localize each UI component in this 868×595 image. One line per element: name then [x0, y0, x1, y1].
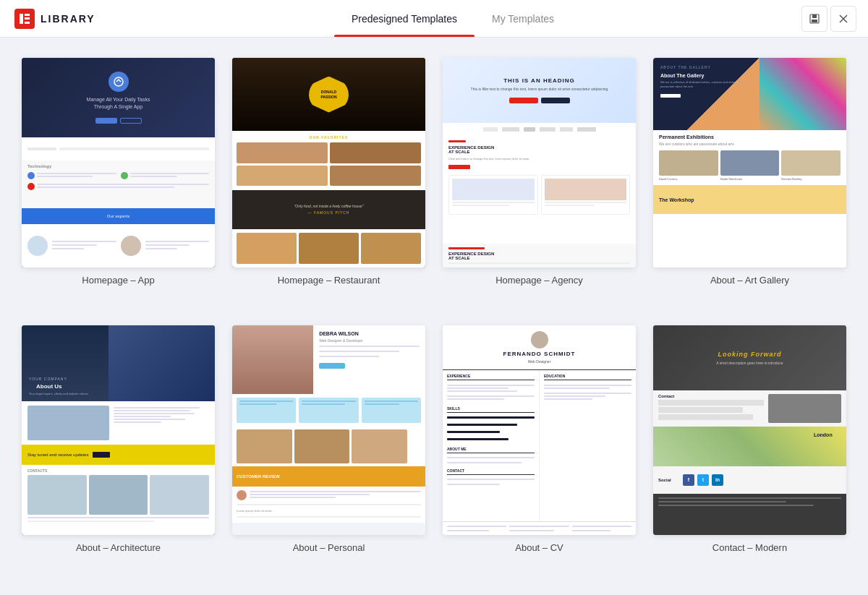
- tab-predesigned[interactable]: Predesigned Templates: [334, 0, 475, 37]
- close-button[interactable]: [830, 6, 856, 32]
- svg-rect-2: [25, 17, 30, 20]
- template-card-homepage-restaurant[interactable]: DONALDPASSION OUR FAVORITES "Only food, …: [232, 58, 425, 308]
- template-label-about-cv: About – CV: [515, 542, 563, 553]
- svg-point-9: [114, 77, 123, 86]
- template-card-about-architecture[interactable]: YOUR COMPANY About Us Your target buyers…: [22, 325, 215, 575]
- template-label-about-art-gallery: About – Art Gallery: [710, 275, 789, 286]
- save-button[interactable]: [801, 6, 827, 32]
- template-label-about-personal: About – Personal: [293, 542, 365, 553]
- svg-rect-3: [25, 22, 30, 24]
- template-thumbnail-homepage-app: Manage All Your Daily TasksThrough A Sin…: [22, 58, 215, 267]
- svg-rect-0: [20, 14, 23, 24]
- template-label-about-architecture: About – Architecture: [76, 542, 161, 553]
- template-label-contact-modern: Contact – Modern: [712, 542, 787, 553]
- tab-my-templates[interactable]: My Templates: [475, 0, 571, 37]
- svg-rect-6: [812, 20, 817, 22]
- template-label-homepage-app: Homepage – App: [82, 275, 154, 286]
- svg-rect-1: [25, 14, 30, 16]
- header-actions: [790, 6, 868, 32]
- template-thumbnail-about-architecture: YOUR COMPANY About Us Your target buyers…: [22, 325, 215, 535]
- template-card-about-art-gallery[interactable]: ABOUT THE GALLERY About The Gallery We a…: [653, 58, 846, 308]
- template-label-homepage-restaurant: Homepage – Restaurant: [278, 275, 380, 286]
- logo-area: LIBRARY: [0, 9, 116, 29]
- template-thumbnail-about-cv: FERNANDO SCHMIDT Web Designer EXPERIENCE…: [443, 325, 636, 535]
- elementor-logo-icon: [14, 9, 35, 29]
- template-thumbnail-contact-modern: Looking Forward A short description goes…: [653, 325, 846, 535]
- template-label-homepage-agency: Homepage – Agency: [495, 275, 583, 286]
- template-thumbnail-about-personal: DEBRA WILSON Web Designer & Developer: [232, 325, 425, 535]
- header-tabs: Predesigned Templates My Templates: [116, 0, 790, 37]
- template-thumbnail-about-art-gallery: ABOUT THE GALLERY About The Gallery We a…: [653, 58, 846, 267]
- library-title: LIBRARY: [41, 13, 95, 25]
- template-card-about-cv[interactable]: FERNANDO SCHMIDT Web Designer EXPERIENCE…: [443, 325, 636, 575]
- template-card-contact-modern[interactable]: Looking Forward A short description goes…: [653, 325, 846, 575]
- templates-grid: Manage All Your Daily TasksThrough A Sin…: [0, 38, 868, 595]
- template-thumbnail-homepage-restaurant: DONALDPASSION OUR FAVORITES "Only food, …: [232, 58, 425, 267]
- svg-rect-5: [812, 14, 817, 18]
- template-card-homepage-agency[interactable]: THIS IS AN HEADING This is filler text t…: [443, 58, 636, 308]
- template-card-homepage-app[interactable]: Manage All Your Daily TasksThrough A Sin…: [22, 58, 215, 308]
- template-thumbnail-homepage-agency: THIS IS AN HEADING This is filler text t…: [443, 58, 636, 267]
- header: LIBRARY Predesigned Templates My Templat…: [0, 0, 868, 38]
- template-card-about-personal[interactable]: DEBRA WILSON Web Designer & Developer: [232, 325, 425, 575]
